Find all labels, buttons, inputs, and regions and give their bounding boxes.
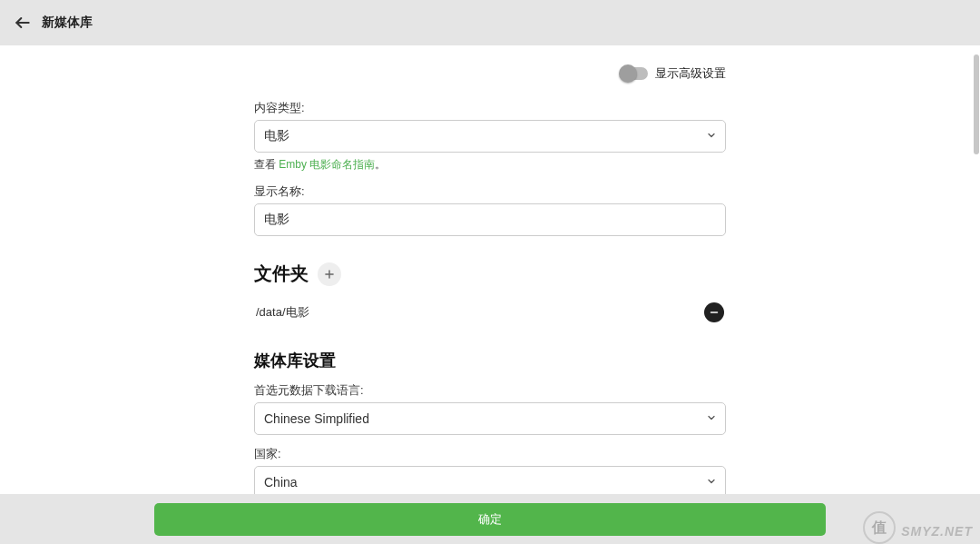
- content-type-hint: 查看 Emby 电影命名指南。: [254, 157, 726, 173]
- plus-icon: [323, 268, 336, 281]
- display-name-input[interactable]: [254, 203, 726, 236]
- content-type-label: 内容类型:: [254, 100, 726, 116]
- hint-suffix: 。: [375, 158, 386, 171]
- page-title: 新媒体库: [42, 15, 93, 31]
- folders-title: 文件夹: [254, 262, 309, 286]
- confirm-button[interactable]: 确定: [154, 503, 826, 536]
- metadata-lang-value: Chinese Simplified: [254, 402, 726, 435]
- display-name-label: 显示名称:: [254, 183, 726, 200]
- folder-path: /data/电影: [256, 304, 309, 321]
- topbar: 新媒体库: [0, 0, 980, 45]
- back-arrow-icon[interactable]: [13, 13, 33, 33]
- footer-bar: 确定: [0, 494, 980, 544]
- library-settings-title: 媒体库设置: [254, 350, 726, 371]
- hint-prefix: 查看: [254, 158, 279, 171]
- country-select[interactable]: China: [254, 466, 726, 494]
- main-panel: 显示高级设置 内容类型: 电影 查看 Emby 电影命名指南。 显示名称: 文件…: [0, 45, 980, 544]
- advanced-settings-toggle[interactable]: [621, 67, 648, 80]
- advanced-settings-row: 显示高级设置: [254, 58, 726, 89]
- remove-folder-button[interactable]: [704, 302, 724, 322]
- country-value: China: [254, 466, 726, 494]
- metadata-lang-label: 首选元数据下载语言:: [254, 382, 726, 399]
- naming-guide-link[interactable]: Emby 电影命名指南: [279, 158, 375, 171]
- content-type-select[interactable]: 电影: [254, 120, 726, 153]
- add-folder-button[interactable]: [318, 262, 341, 286]
- country-label: 国家:: [254, 446, 726, 462]
- content-type-value: 电影: [254, 120, 726, 153]
- form-area: 显示高级设置 内容类型: 电影 查看 Emby 电影命名指南。 显示名称: 文件…: [254, 45, 726, 494]
- folder-row: /data/电影: [254, 302, 726, 322]
- minus-icon: [709, 307, 720, 318]
- advanced-settings-label: 显示高级设置: [655, 65, 726, 82]
- folders-section-header: 文件夹: [254, 262, 726, 286]
- content-scroll: 显示高级设置 内容类型: 电影 查看 Emby 电影命名指南。 显示名称: 文件…: [0, 45, 980, 494]
- metadata-lang-select[interactable]: Chinese Simplified: [254, 402, 726, 435]
